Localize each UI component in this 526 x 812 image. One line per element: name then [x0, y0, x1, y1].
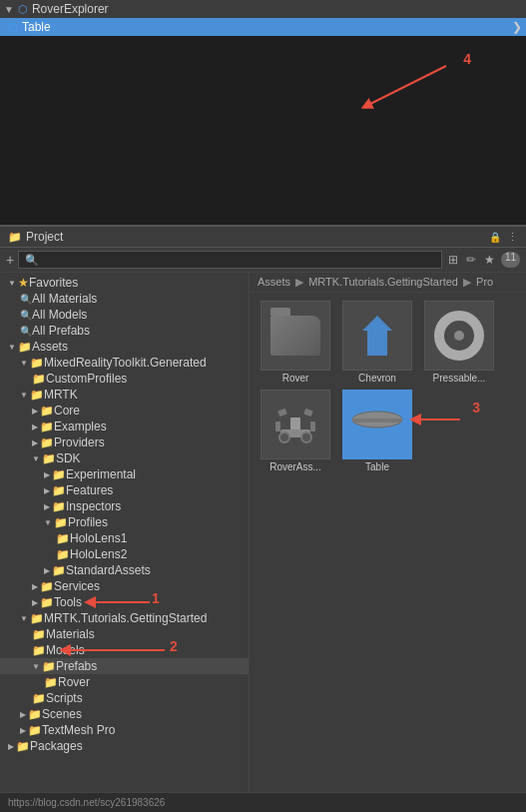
favorites-header[interactable]: ▼ ★ Favorites — [0, 275, 249, 291]
svg-point-7 — [454, 331, 464, 341]
roverass-svg — [270, 400, 320, 449]
assets-grid: Rover Chevron Pressable — [250, 293, 526, 480]
all-models-item[interactable]: 🔍 All Models — [0, 307, 249, 323]
breadcrumb-part2: MRTK.Tutorials.GettingStarted — [308, 276, 458, 288]
search-input[interactable] — [18, 251, 442, 269]
sdk-tri: ▼ — [32, 454, 40, 463]
services-label: Services — [54, 579, 100, 593]
asset-chevron[interactable]: Chevron — [339, 301, 415, 384]
annotation-arrow-1 — [80, 592, 160, 612]
hololens2-item[interactable]: 📁 HoloLens2 — [0, 546, 249, 562]
all-prefabs-label: All Prefabs — [32, 324, 90, 338]
collapse-triangle[interactable]: ▼ — [4, 4, 14, 15]
packages-label: Packages — [30, 739, 83, 753]
exp-tri: ▶ — [44, 470, 50, 479]
all-materials-item[interactable]: 🔍 All Materials — [0, 291, 249, 307]
assets-panel: Assets ▶ MRTK.Tutorials.GettingStarted ▶… — [250, 273, 526, 801]
star-filter-icon[interactable]: ★ — [482, 252, 497, 268]
packages-item[interactable]: ▶ 📁 Packages — [0, 738, 249, 754]
mrtk-item[interactable]: ▼ 📁 MRTK — [0, 387, 249, 403]
svg-line-1 — [366, 66, 446, 106]
svg-point-11 — [301, 432, 311, 442]
textmesh-item[interactable]: ▶ 📁 TextMesh Pro — [0, 722, 249, 738]
svg-rect-13 — [310, 421, 315, 431]
svg-rect-17 — [352, 418, 402, 422]
table-cube-icon: ⬡ — [8, 21, 18, 34]
standardassets-item[interactable]: ▶ 📁 StandardAssets — [0, 562, 249, 578]
exp-icon: 📁 — [52, 468, 66, 481]
mrtk-generated-label: MixedRealityToolkit.Generated — [44, 356, 207, 370]
all-models-label: All Models — [32, 308, 87, 322]
providers-item[interactable]: ▶ 📁 Providers — [0, 434, 249, 450]
all-prefabs-item[interactable]: 🔍 All Prefabs — [0, 323, 249, 339]
selected-table-row[interactable]: ⬡ Table ❯ — [0, 18, 526, 36]
hl2-icon: 📁 — [56, 548, 70, 561]
menu-icon[interactable]: ⋮ — [507, 231, 518, 244]
prefabs-icon: 📁 — [42, 660, 56, 673]
pkg-icon: 📁 — [16, 740, 30, 753]
textmesh-icon: 📁 — [28, 724, 42, 737]
sdk-icon: 📁 — [42, 452, 56, 465]
favorites-label: Favorites — [29, 276, 78, 290]
tree-panel: ▼ ★ Favorites 🔍 All Materials 🔍 All Mode… — [0, 273, 250, 801]
core-item[interactable]: ▶ 📁 Core — [0, 403, 249, 418]
experimental-item[interactable]: ▶ 📁 Experimental — [0, 466, 249, 482]
prefabs-item[interactable]: ▼ 📁 Prefabs — [0, 658, 249, 674]
mrtk-tutorials-item[interactable]: ▼ 📁 MRTK.Tutorials.GettingStarted — [0, 610, 249, 626]
assets-label: Assets — [32, 340, 68, 354]
mrtk-generated-item[interactable]: ▼ 📁 MixedRealityToolkit.Generated — [0, 355, 249, 371]
chevron-svg — [352, 311, 402, 361]
add-button[interactable]: + — [6, 252, 14, 268]
chevron-thumb-box — [342, 301, 412, 371]
textmesh-tri: ▶ — [20, 726, 26, 735]
feat-tri: ▶ — [44, 486, 50, 495]
roverass-asset-label: RoverAss... — [269, 461, 321, 472]
lock-icon[interactable]: 🔒 — [489, 232, 501, 243]
asset-pressable[interactable]: Pressable... — [421, 301, 497, 384]
examples-item[interactable]: ▶ 📁 Examples — [0, 418, 249, 434]
assets-header[interactable]: ▼ 📁 Assets — [0, 339, 249, 355]
models-item[interactable]: 📁 Models 2 — [0, 642, 249, 658]
preview-area: 4 — [0, 36, 526, 226]
profiles-item[interactable]: ▼ 📁 Profiles — [0, 514, 249, 530]
scenes-item[interactable]: ▶ 📁 Scenes — [0, 706, 249, 722]
asset-rover[interactable]: Rover — [258, 301, 333, 384]
examples-icon: 📁 — [40, 420, 54, 433]
rover-item[interactable]: 📁 Rover — [0, 674, 249, 690]
rover-asset-label: Rover — [282, 373, 309, 384]
services-item[interactable]: ▶ 📁 Services — [0, 578, 249, 594]
hololens1-item[interactable]: 📁 HoloLens1 — [0, 530, 249, 546]
scenes-label: Scenes — [42, 707, 82, 721]
scripts-icon: 📁 — [32, 692, 46, 705]
asset-table[interactable]: Table 3 — [339, 390, 415, 472]
inspectors-item[interactable]: ▶ 📁 Inspectors — [0, 498, 249, 514]
scripts-item[interactable]: 📁 Scripts — [0, 690, 249, 706]
mrtk-tut-tri: ▼ — [20, 614, 28, 623]
project-toolbar: + ⊞ ✏ ★ 11 — [0, 248, 526, 273]
project-header: 📁 Project 🔒 ⋮ — [0, 226, 526, 248]
search-models-icon: 🔍 — [20, 310, 32, 321]
edit-icon[interactable]: ✏ — [464, 252, 478, 268]
sdk-item[interactable]: ▼ 📁 SDK — [0, 450, 249, 466]
grid-icon[interactable]: ⊞ — [446, 252, 460, 268]
materials-item[interactable]: 📁 Materials — [0, 626, 249, 642]
insp-tri: ▶ — [44, 502, 50, 511]
models-icon: 📁 — [32, 644, 46, 657]
annotation-3: 3 — [472, 400, 480, 415]
insp-icon: 📁 — [52, 500, 66, 513]
sa-icon: 📁 — [52, 564, 66, 577]
custom-profiles-item[interactable]: 📁 CustomProfiles — [0, 371, 249, 387]
hololens2-label: HoloLens2 — [70, 547, 127, 561]
roverass-thumb-box — [261, 390, 330, 459]
pressable-asset-label: Pressable... — [433, 373, 486, 384]
tools-item[interactable]: ▶ 📁 Tools 1 — [0, 594, 249, 610]
asset-roverass[interactable]: RoverAss... — [258, 390, 333, 472]
status-bar: https://blog.csdn.net/scy261983626 — [0, 792, 526, 812]
svg-rect-9 — [290, 417, 300, 429]
features-item[interactable]: ▶ 📁 Features — [0, 482, 249, 498]
examples-tri: ▶ — [32, 422, 38, 431]
scripts-label: Scripts — [46, 691, 83, 705]
scenes-icon: 📁 — [28, 708, 42, 721]
prefabs-tri: ▼ — [32, 662, 40, 671]
core-label: Core — [54, 404, 80, 417]
